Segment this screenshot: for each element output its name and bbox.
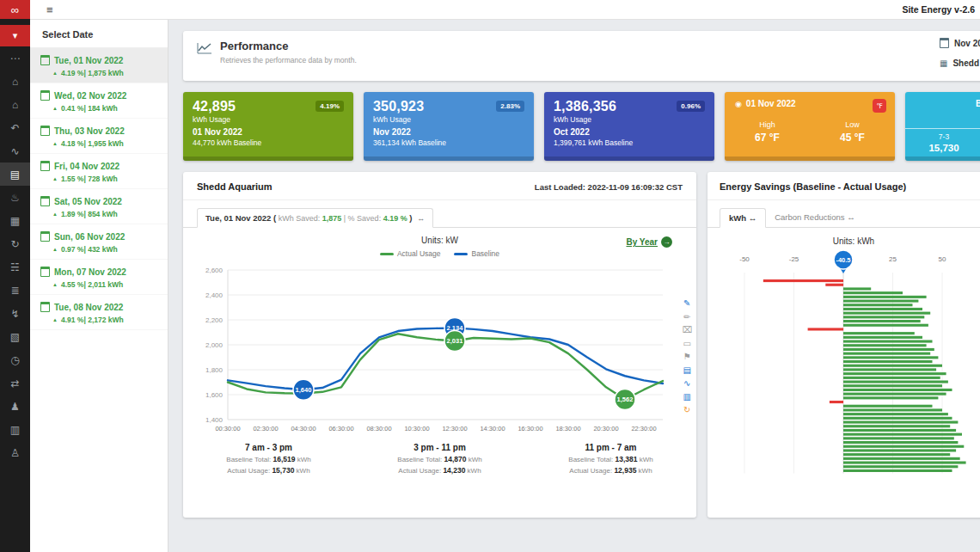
home-icon[interactable]: ⌂ bbox=[0, 70, 30, 93]
annotate-icon[interactable]: ✏ bbox=[683, 313, 690, 322]
kpi-unit-label: kWh Usage bbox=[193, 115, 344, 124]
kpi-baseline-label: 361,134 kWh Baseline bbox=[373, 138, 524, 147]
month-selector[interactable]: Nov 2022 bbox=[940, 38, 980, 48]
date-list-item[interactable]: Sun, 06 Nov 2022▲0.97 %| 432 kWh bbox=[30, 224, 168, 260]
logo-icon[interactable]: ∞ bbox=[0, 0, 30, 19]
kpi-baseline-label: 1,399,761 kWh Baseline bbox=[554, 138, 705, 147]
svg-text:-25: -25 bbox=[789, 255, 799, 263]
building-icon[interactable]: ▥ bbox=[0, 418, 30, 441]
refresh-icon[interactable]: ↻ bbox=[683, 406, 690, 414]
energy-icon[interactable]: ↯ bbox=[0, 302, 30, 325]
user-icon[interactable]: ♙ bbox=[0, 441, 30, 464]
site-selector[interactable]: ▦ Shedd Aquarium bbox=[940, 58, 980, 68]
day-tab-close: ) bbox=[407, 213, 414, 223]
kpi-value: 1,386,356 bbox=[554, 99, 616, 114]
high-label: High bbox=[755, 120, 780, 129]
last-loaded-label: Last Loaded: 2022-11-09 16:09:32 CST bbox=[535, 182, 683, 192]
date-savings-stats: 1.89 %| 854 kWh bbox=[61, 210, 118, 218]
date-label: Sun, 06 Nov 2022 bbox=[54, 232, 125, 242]
heat-icon[interactable]: ♨ bbox=[0, 186, 30, 209]
date-list-item[interactable]: Mon, 07 Nov 2022▲4.55 %| 2,011 kWh bbox=[30, 260, 168, 295]
calendar-icon bbox=[40, 161, 50, 171]
date-list-item[interactable]: Tue, 08 Nov 2022▲4.91 %| 2,172 kWh bbox=[30, 295, 168, 330]
savings-badge: 4.19% bbox=[315, 101, 344, 112]
kpi-card: 1,386,3560.96%kWh UsageOct 20221,399,761… bbox=[544, 92, 714, 161]
pct-saved-value: 4.19 % bbox=[383, 214, 407, 223]
line-chart-icon[interactable]: ∿ bbox=[683, 379, 690, 388]
date-list-item[interactable]: Tue, 01 Nov 2022▲4.19 %| 1,875 kWh bbox=[30, 48, 168, 83]
performance-icon[interactable]: ▤ bbox=[0, 163, 30, 186]
high-temp: High 67 °F bbox=[755, 120, 780, 144]
document-icon[interactable]: ▧ bbox=[0, 325, 30, 348]
delete-icon[interactable]: ⌧ bbox=[682, 326, 692, 334]
bar-chart-icon[interactable]: ▥ bbox=[683, 393, 691, 402]
page-title: Performance bbox=[220, 40, 357, 52]
resize-arrows-icon[interactable]: ↔ bbox=[417, 214, 425, 223]
date-label: Tue, 08 Nov 2022 bbox=[54, 303, 123, 312]
undo-icon[interactable]: ↶ bbox=[0, 116, 30, 139]
svg-text:04:30:00: 04:30:00 bbox=[291, 425, 315, 432]
period-actual: Actual Usage: 15,730 kWh bbox=[226, 466, 310, 475]
date-list-item[interactable]: Sat, 05 Nov 2022▲1.89 %| 854 kWh bbox=[30, 189, 168, 224]
trend-icon[interactable]: ∿ bbox=[0, 139, 30, 163]
legend-item[interactable]: Baseline bbox=[454, 249, 499, 258]
date-label: Sat, 05 Nov 2022 bbox=[54, 197, 122, 206]
svg-text:02:30:00: 02:30:00 bbox=[253, 425, 278, 432]
month-selector-value: Nov 2022 bbox=[954, 39, 980, 48]
calendar-icon bbox=[40, 302, 50, 312]
up-triangle-icon: ▲ bbox=[52, 212, 58, 217]
calendar-icon bbox=[40, 267, 50, 277]
usage-line-chart[interactable]: 1,4001,6001,8002,0002,2002,4002,60000:30… bbox=[188, 260, 683, 442]
menu-icon[interactable]: ≡ bbox=[46, 3, 53, 16]
savings-tab-kwh[interactable]: kWh ↔ bbox=[720, 208, 766, 228]
savings-title: Energy Savings (Baseline - Actual Usage) bbox=[707, 172, 980, 200]
by-year-label: By Year bbox=[626, 237, 658, 247]
edit-icon[interactable]: ✎ bbox=[683, 299, 690, 308]
sync-icon[interactable]: ↻ bbox=[0, 232, 30, 255]
period-summary: 11 pm - 7 amBaseline Total: 13,381 kWhAc… bbox=[568, 443, 652, 475]
kpi-period-label: 01 Nov 2022 bbox=[193, 127, 344, 137]
report-icon[interactable]: ≣ bbox=[0, 279, 30, 302]
svg-text:25: 25 bbox=[889, 255, 897, 263]
savings-tab-carbon-reductions[interactable]: Carbon Reductions ↔ bbox=[766, 208, 863, 227]
date-list-item[interactable]: Wed, 02 Nov 2022▲0.41 %| 184 kWh bbox=[30, 83, 168, 119]
date-label: Fri, 04 Nov 2022 bbox=[54, 162, 119, 171]
up-triangle-icon: ▲ bbox=[52, 317, 58, 322]
temperature-unit-icon[interactable]: ℉ bbox=[873, 99, 886, 113]
up-triangle-icon: ▲ bbox=[52, 106, 58, 111]
date-list-item[interactable]: Thu, 03 Nov 2022▲4.18 %| 1,955 kWh bbox=[30, 119, 168, 154]
meter-icon[interactable]: ▦ bbox=[0, 209, 30, 232]
by-year-link[interactable]: By Year → bbox=[626, 236, 672, 248]
select-region-icon[interactable]: ▭ bbox=[683, 340, 691, 348]
flag-icon[interactable]: ⚑ bbox=[683, 353, 691, 361]
svg-text:2,600: 2,600 bbox=[205, 267, 224, 274]
calendar-icon bbox=[40, 90, 50, 101]
table-icon[interactable]: ▤ bbox=[683, 366, 691, 375]
up-triangle-icon: ▲ bbox=[52, 71, 58, 76]
date-savings-stats: 0.41 %| 184 kWh bbox=[61, 104, 118, 113]
date-savings-stats: 1.55 %| 728 kWh bbox=[61, 175, 118, 183]
calendar-icon bbox=[40, 126, 50, 136]
low-temp: Low 45 °F bbox=[840, 120, 865, 144]
site-home-icon[interactable]: ⌂ bbox=[0, 93, 30, 116]
kpi-card: 42,8954.19%kWh Usage01 Nov 202244,770 kW… bbox=[183, 92, 353, 161]
history-icon[interactable]: ◷ bbox=[0, 348, 30, 371]
more-icon[interactable]: ⋯ bbox=[0, 46, 30, 70]
savings-bar-chart[interactable]: -50-252550-40.5 bbox=[707, 250, 980, 481]
legend-item[interactable]: Actual Usage bbox=[380, 249, 441, 258]
svg-text:10:30:00: 10:30:00 bbox=[404, 425, 429, 432]
collapse-icon[interactable]: ▾ bbox=[0, 25, 30, 46]
savings-badge: 2.83% bbox=[496, 101, 524, 112]
date-label: Wed, 02 Nov 2022 bbox=[54, 91, 126, 101]
water-icon[interactable]: ☵ bbox=[0, 255, 30, 279]
kpi-unit-label: kWh Usage bbox=[554, 115, 705, 124]
compare-icon[interactable]: ⇄ bbox=[0, 371, 30, 395]
legend-label: Baseline bbox=[471, 249, 499, 258]
date-list-item[interactable]: Fri, 04 Nov 2022▲1.55 %| 728 kWh bbox=[30, 154, 168, 189]
day-tab[interactable]: Tue, 01 Nov 2022 ( kWh Saved: 1,875 | % … bbox=[197, 208, 433, 228]
weather-card: ◉ 01 Nov 2022 ℉ High 67 °F Low 45 °F bbox=[725, 92, 895, 161]
low-label: Low bbox=[840, 120, 865, 129]
shift-label: 7-3 bbox=[905, 132, 980, 141]
date-label: Mon, 07 Nov 2022 bbox=[54, 267, 126, 277]
users-icon[interactable]: ♟ bbox=[0, 395, 30, 418]
